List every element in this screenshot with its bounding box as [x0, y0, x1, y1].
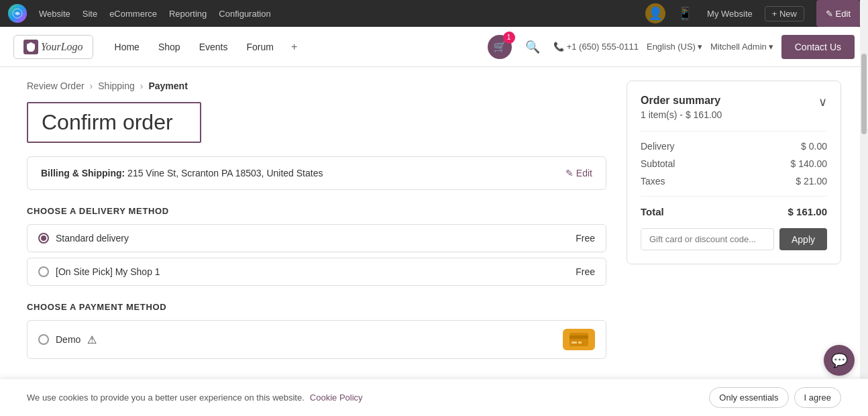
language-chevron-icon: ▾ [698, 42, 702, 52]
svg-rect-4 [578, 342, 582, 344]
svg-rect-2 [569, 335, 588, 339]
only-essentials-button[interactable]: Only essentials [709, 387, 788, 388]
nav-forum[interactable]: Forum [238, 36, 281, 58]
summary-divider-top [641, 131, 827, 132]
phone-icon: 📞 [553, 42, 564, 52]
delivery-row: Delivery $ 0.00 [641, 141, 827, 152]
billing-text: Billing & Shipping: 215 Vine St, Scranto… [41, 168, 323, 178]
page-title: Confirm order [27, 102, 201, 143]
contact-us-button[interactable]: Contact Us [781, 35, 855, 59]
breadcrumb-current: Payment [148, 81, 187, 91]
on-site-delivery-option[interactable]: [On Site Pick] My Shop 1 Free [27, 258, 606, 286]
chat-widget[interactable]: 💬 [824, 345, 855, 376]
taxes-label: Taxes [641, 176, 665, 187]
demo-payment-option[interactable]: Demo ⚠ [27, 320, 606, 359]
total-row: Total $ 161.00 [641, 206, 827, 217]
user-name: Mitchell Admin [710, 42, 767, 52]
order-summary-chevron-icon: ∨ [818, 95, 827, 109]
scrollbar-thumb[interactable] [861, 54, 867, 134]
on-site-delivery-left: [On Site Pick] My Shop 1 [38, 266, 160, 277]
demo-payment-label: Demo [56, 334, 80, 345]
billing-address: 215 Vine St, Scranton PA 18503, United S… [127, 168, 323, 178]
payment-options: CHOOSE A PAYMENT METHOD Demo ⚠ [27, 302, 606, 359]
left-panel: Review Order › Shipping › Payment Confir… [27, 81, 606, 375]
cart-badge: 1 [503, 32, 515, 44]
payment-section-title: CHOOSE A PAYMENT METHOD [27, 302, 606, 312]
odoo-logo-icon[interactable] [8, 4, 27, 23]
svg-rect-1 [569, 333, 588, 346]
admin-reporting-link[interactable]: Reporting [169, 9, 207, 19]
nav-home[interactable]: Home [107, 36, 148, 58]
billing-section: Billing & Shipping: 215 Vine St, Scranto… [27, 156, 606, 190]
standard-delivery-radio[interactable] [38, 233, 49, 244]
discount-input[interactable] [641, 228, 774, 250]
standard-delivery-price: Free [576, 233, 595, 244]
demo-payment-left: Demo ⚠ [38, 333, 97, 346]
on-site-delivery-price: Free [576, 266, 595, 277]
breadcrumb-review-order[interactable]: Review Order [27, 81, 85, 91]
demo-payment-radio[interactable] [38, 334, 49, 345]
breadcrumb-arrow-1: › [90, 81, 93, 91]
apply-button[interactable]: Apply [779, 228, 827, 250]
phone-number: +1 (650) 555-0111 [567, 42, 639, 52]
mobile-icon: 📱 [677, 6, 692, 21]
phone-info: 📞 +1 (650) 555-0111 [553, 42, 639, 52]
admin-configuration-link[interactable]: Configuration [219, 9, 270, 19]
admin-ecommerce-link[interactable]: eCommerce [109, 9, 157, 19]
warning-icon: ⚠ [87, 333, 97, 346]
delivery-section-title: CHOOSE A DELIVERY METHOD [27, 206, 606, 216]
right-panel: Order summary 1 item(s) - $ 161.00 ∨ Del… [627, 81, 841, 375]
billing-edit-link[interactable]: ✎ Edit [565, 168, 592, 178]
breadcrumb-arrow-2: › [140, 81, 144, 91]
my-website-link[interactable]: My Website [707, 9, 753, 19]
on-site-delivery-label: [On Site Pick] My Shop 1 [56, 266, 160, 277]
breadcrumb-shipping[interactable]: Shipping [98, 81, 135, 91]
breadcrumb: Review Order › Shipping › Payment [27, 81, 606, 91]
user-avatar[interactable]: 👤 [645, 3, 665, 23]
subtotal-value: $ 140.00 [791, 158, 828, 169]
taxes-row: Taxes $ 21.00 [641, 176, 827, 187]
user-chevron-icon: ▾ [769, 42, 773, 52]
nav-events[interactable]: Events [191, 36, 236, 58]
taxes-value: $ 21.00 [796, 176, 827, 187]
order-summary-header[interactable]: Order summary 1 item(s) - $ 161.00 ∨ [641, 95, 827, 120]
logo-shield-icon [23, 40, 38, 54]
search-button[interactable]: 🔍 [520, 37, 545, 57]
order-summary-card: Order summary 1 item(s) - $ 161.00 ∨ Del… [627, 81, 841, 264]
delivery-label: Delivery [641, 141, 675, 152]
admin-website-link[interactable]: Website [39, 9, 70, 19]
subtotal-label: Subtotal [641, 158, 675, 169]
standard-delivery-label: Standard delivery [56, 233, 129, 244]
website-navbar: YourLogo Home Shop Events Forum + 🛒 1 🔍 … [0, 27, 868, 67]
cookie-bar: We use cookies to provide you a better u… [0, 378, 868, 388]
svg-rect-3 [572, 342, 577, 344]
new-button[interactable]: + New [765, 6, 804, 21]
cart-button[interactable]: 🛒 1 [488, 35, 512, 59]
i-agree-button[interactable]: I agree [794, 387, 841, 388]
logo[interactable]: YourLogo [13, 35, 93, 59]
nav-shop[interactable]: Shop [150, 36, 188, 58]
delivery-options: CHOOSE A DELIVERY METHOD Standard delive… [27, 206, 606, 286]
user-selector[interactable]: Mitchell Admin ▾ [710, 42, 773, 52]
order-summary-items: 1 item(s) - $ 161.00 [641, 109, 722, 120]
logo-text: YourLogo [41, 41, 83, 53]
discount-row: Apply [641, 228, 827, 250]
subtotal-row: Subtotal $ 140.00 [641, 158, 827, 169]
standard-delivery-option[interactable]: Standard delivery Free [27, 224, 606, 252]
admin-bar: Website Site eCommerce Reporting Configu… [0, 0, 868, 27]
order-summary-title: Order summary [641, 95, 722, 107]
language-label: English (US) [647, 42, 696, 52]
delivery-value: $ 0.00 [801, 141, 827, 152]
standard-delivery-left: Standard delivery [38, 233, 129, 244]
billing-label: Billing & Shipping: [41, 168, 125, 178]
scrollbar-area[interactable] [860, 0, 868, 388]
edit-button[interactable]: ✎ Edit [816, 0, 860, 27]
admin-site-link[interactable]: Site [83, 9, 97, 19]
nav-links: Home Shop Events Forum + [107, 36, 488, 58]
nav-add-icon[interactable]: + [284, 37, 304, 57]
language-selector[interactable]: English (US) ▾ [647, 42, 702, 52]
total-value: $ 161.00 [788, 206, 827, 217]
main-content: Review Order › Shipping › Payment Confir… [0, 67, 868, 388]
total-label: Total [641, 206, 664, 217]
on-site-delivery-radio[interactable] [38, 266, 49, 277]
